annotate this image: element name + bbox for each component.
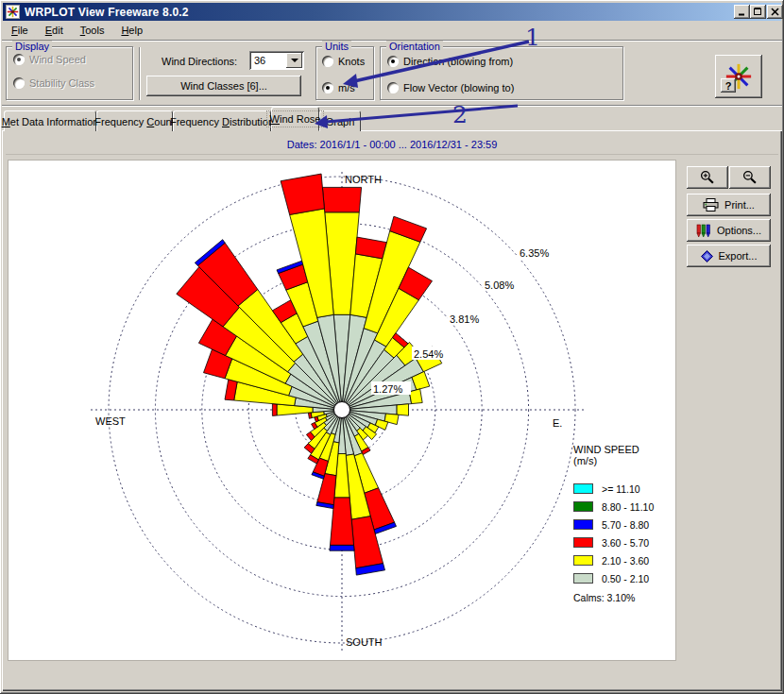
svg-text:6.35%: 6.35%: [520, 247, 549, 259]
svg-text:3.81%: 3.81%: [450, 313, 479, 325]
close-button[interactable]: [767, 5, 783, 19]
help-badge: ?: [721, 78, 736, 93]
legend-swatch: [573, 501, 593, 512]
wind-classes-button[interactable]: Wind Classes [6]...: [146, 76, 301, 96]
options-button[interactable]: Options...: [687, 219, 771, 242]
legend-row: 0.50 - 2.10: [573, 569, 673, 587]
radio-icon: [387, 56, 399, 67]
radio-label: Flow Vector (blowing to): [403, 82, 514, 93]
legend-calms: Calms: 3.10%: [573, 592, 673, 603]
zoom-in-icon: [700, 170, 715, 185]
legend-rows: >= 11.108.80 - 11.105.70 - 8.803.60 - 5.…: [573, 480, 673, 587]
export-button-label: Export...: [719, 250, 758, 262]
menu-bar: File Edit Tools Help: [3, 22, 781, 39]
radio-direction-blowing-from[interactable]: Direction (blowing from): [387, 56, 513, 67]
radio-icon: [387, 82, 399, 93]
wind-directions-label: Wind Directions:: [162, 56, 237, 67]
menu-file[interactable]: File: [3, 23, 37, 38]
legend-class-label: 8.80 - 11.10: [602, 501, 654, 513]
menu-help[interactable]: Help: [112, 23, 151, 38]
svg-text:E.: E.: [553, 417, 562, 429]
legend-class-label: 3.60 - 5.70: [602, 537, 649, 549]
legend-row: 5.70 - 8.80: [573, 516, 673, 533]
tab-graph[interactable]: Graph: [319, 110, 361, 131]
radio-label: Wind Speed: [29, 54, 86, 65]
zoom-in-button[interactable]: [687, 166, 728, 189]
units-group-caption: Units: [322, 41, 351, 52]
minimize-icon: [738, 8, 746, 16]
radio-icon: [322, 82, 333, 93]
svg-text:2.54%: 2.54%: [414, 348, 443, 360]
menu-edit[interactable]: Edit: [37, 23, 72, 38]
legend-swatch: [573, 537, 593, 548]
radio-label: m/s: [338, 82, 355, 93]
svg-text:WEST: WEST: [95, 415, 126, 427]
zoom-out-button[interactable]: [729, 166, 771, 189]
legend-class-label: 5.70 - 8.80: [602, 519, 649, 531]
orientation-group-caption: Orientation: [386, 41, 443, 52]
radio-icon: [13, 54, 25, 65]
close-icon: [771, 8, 779, 16]
pencils-icon: [696, 224, 711, 238]
title-bar: WRPLOT View Freeware 8.0.2: [3, 3, 781, 21]
combo-dropdown-button[interactable]: [286, 53, 302, 68]
legend-row: >= 11.10: [573, 480, 673, 498]
tab-wind-rose[interactable]: Wind Rose: [271, 107, 319, 131]
svg-text:5.08%: 5.08%: [485, 279, 514, 291]
radio-flow-vector[interactable]: Flow Vector (blowing to): [387, 82, 514, 93]
tab-frequency-count[interactable]: Frequency Count: [96, 110, 173, 131]
wind-classes-button-label: Wind Classes [6]...: [180, 80, 267, 92]
app-windrose-icon: [6, 5, 20, 19]
wind-directions-combobox[interactable]: 36: [249, 51, 304, 70]
tab-met-data-information[interactable]: Met Data Information: [4, 110, 96, 131]
print-button-label: Print...: [724, 199, 755, 211]
legend-swatch: [573, 483, 593, 494]
display-group-caption: Display: [12, 41, 52, 52]
wind-rose-plot: 1.27%2.54%3.81%5.08%6.35%NORTHWESTE.SOUT…: [8, 160, 676, 661]
legend-row: 3.60 - 5.70: [573, 533, 673, 551]
radio-wind-speed[interactable]: Wind Speed: [13, 54, 86, 65]
radio-label: Knots: [338, 56, 365, 67]
legend-swatch: [573, 573, 593, 584]
legend-class-label: 2.10 - 3.60: [602, 555, 649, 567]
toolbar-separator: [139, 47, 141, 100]
question-mark-icon: ?: [725, 80, 732, 92]
radio-ms[interactable]: m/s: [322, 82, 355, 93]
printer-icon: [703, 198, 719, 212]
wind-speed-legend: WIND SPEED (m/s) >= 11.108.80 - 11.105.7…: [573, 444, 673, 603]
zoom-out-icon: [742, 170, 758, 185]
legend-class-label: 0.50 - 2.10: [602, 573, 649, 584]
radio-knots[interactable]: Knots: [322, 56, 365, 67]
maximize-icon: [754, 8, 762, 16]
legend-subtitle: (m/s): [573, 455, 673, 466]
legend-class-label: >= 11.10: [602, 483, 640, 495]
wind-directions-value: 36: [249, 55, 286, 66]
app-window: WRPLOT View Freeware 8.0.2 File Edit Too…: [0, 0, 784, 694]
legend-swatch: [573, 555, 593, 566]
menu-tools[interactable]: Tools: [72, 23, 113, 38]
print-button[interactable]: Print...: [687, 194, 771, 216]
minimize-button[interactable]: [734, 5, 750, 19]
windrose-help-button[interactable]: ?: [715, 55, 762, 98]
chevron-down-icon: [291, 59, 298, 62]
window-title: WRPLOT View Freeware 8.0.2: [25, 6, 189, 19]
svg-text:NORTH: NORTH: [345, 174, 382, 185]
radio-icon: [13, 77, 25, 89]
legend-title: WIND SPEED: [573, 444, 673, 455]
export-diamond-icon: [701, 250, 713, 262]
legend-row: 2.10 - 3.60: [573, 551, 673, 569]
maximize-button[interactable]: [750, 5, 766, 19]
svg-text:1.27%: 1.27%: [373, 383, 402, 395]
dates-bar: Dates: 2016/1/1 - 00:00 ... 2016/12/31 -…: [6, 134, 778, 155]
radio-label: Stability Class: [29, 77, 94, 89]
options-button-label: Options...: [717, 225, 761, 236]
svg-text:SOUTH: SOUTH: [346, 636, 383, 648]
tab-frequency-distribution[interactable]: Frequency Distribution: [173, 110, 271, 131]
radio-icon: [322, 56, 333, 67]
legend-row: 8.80 - 11.10: [573, 498, 673, 516]
legend-swatch: [573, 519, 593, 530]
radio-label: Direction (blowing from): [403, 56, 513, 67]
export-button[interactable]: Export...: [687, 245, 771, 267]
radio-stability-class[interactable]: Stability Class: [13, 77, 94, 89]
